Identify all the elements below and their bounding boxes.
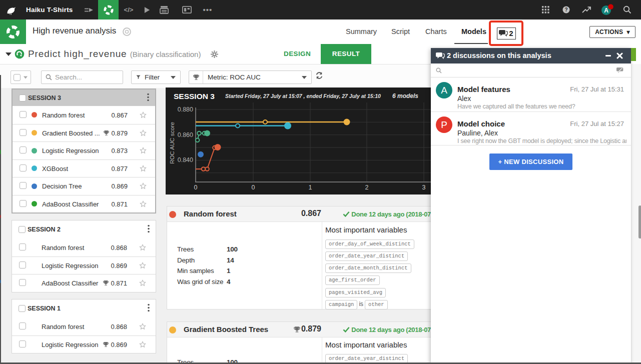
svg-text:0: 0 [194,184,198,191]
svg-text:6 models: 6 models [392,92,418,100]
svg-text:2: 2 [365,184,369,191]
svg-text:0.880: 0.880 [178,106,193,113]
svg-text:Started Friday, 27 July at 15:: Started Friday, 27 July at 15:07 , ended… [225,93,381,99]
svg-text:0.840: 0.840 [178,156,193,164]
svg-text:SESSION 3: SESSION 3 [174,92,215,100]
svg-text:1: 1 [309,184,312,191]
svg-text:A: A [604,7,608,14]
svg-text:ROC AUC score: ROC AUC score [169,122,175,164]
svg-text:0: 0 [252,184,255,191]
svg-text:3: 3 [422,184,426,191]
svg-text:0.860: 0.860 [178,132,193,138]
svg-text:?: ? [564,7,567,12]
